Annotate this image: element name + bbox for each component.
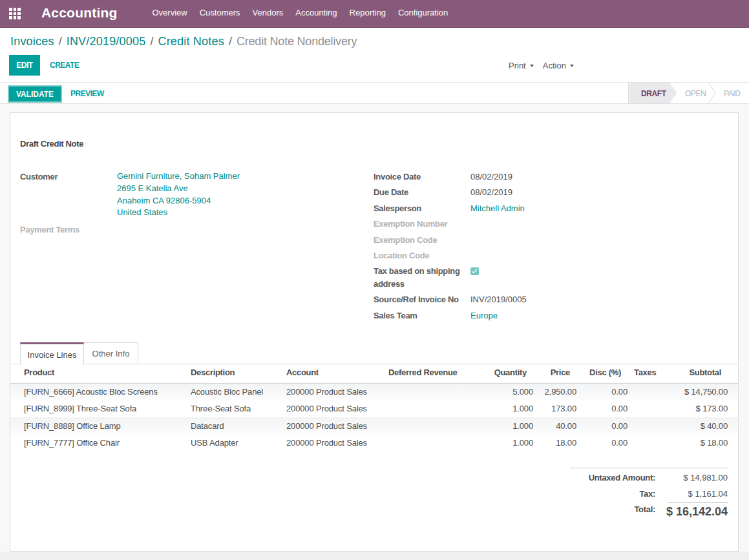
- svg-text:OPEN: OPEN: [685, 89, 706, 98]
- svg-text:PAID: PAID: [724, 89, 741, 98]
- svg-text:DRAFT: DRAFT: [641, 89, 667, 98]
